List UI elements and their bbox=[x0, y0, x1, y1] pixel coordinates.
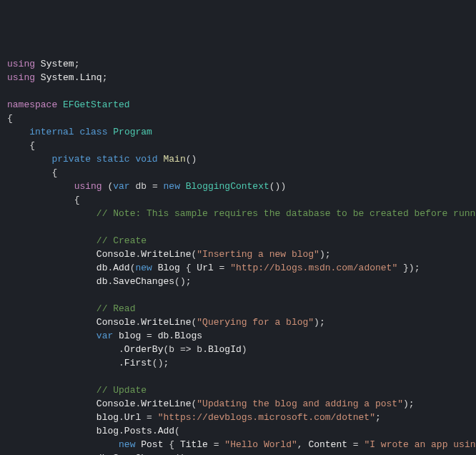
method-name: Main bbox=[164, 154, 186, 165]
keyword-var: var bbox=[96, 331, 113, 341]
method-call: SaveChanges bbox=[113, 276, 174, 287]
method-call: OrderBy bbox=[124, 344, 164, 355]
class-ref: BloggingContext bbox=[186, 181, 269, 192]
keyword-new: new bbox=[164, 181, 180, 192]
method-call: WriteLine bbox=[141, 249, 191, 260]
class-ref: Console bbox=[96, 398, 136, 409]
method-call: First bbox=[124, 358, 152, 368]
property: BlogId bbox=[208, 344, 242, 355]
method-call: WriteLine bbox=[141, 317, 191, 328]
comment: // Create bbox=[96, 235, 147, 246]
class-ref: Console bbox=[96, 249, 136, 260]
method-call: WriteLine bbox=[141, 398, 191, 409]
class-name: Program bbox=[113, 127, 152, 137]
property: Url bbox=[197, 263, 213, 273]
class-ref: Console bbox=[96, 317, 136, 328]
keyword-static: static bbox=[96, 154, 130, 165]
property: Url bbox=[124, 412, 141, 423]
comment: // Read bbox=[96, 303, 136, 314]
keyword-new: new bbox=[135, 263, 152, 273]
string-literal: "https://devblogs.microsoft.com/dotnet" bbox=[158, 412, 375, 423]
property: Content bbox=[308, 439, 347, 450]
comment: // Note: This sample requires the databa… bbox=[96, 208, 476, 219]
property: Blogs bbox=[174, 331, 202, 341]
keyword-var: var bbox=[113, 181, 129, 192]
string-literal: "Updating the blog and adding a post" bbox=[197, 398, 403, 409]
string-literal: "http://blogs.msdn.com/adonet" bbox=[230, 263, 397, 273]
keyword-private: private bbox=[51, 154, 91, 165]
namespace-name: EFGetStarted bbox=[63, 99, 130, 110]
variable: blog bbox=[96, 412, 119, 423]
keyword-using: using bbox=[7, 72, 35, 83]
class-ref: Post bbox=[141, 439, 163, 450]
string-literal: "Querying for a blog" bbox=[197, 317, 314, 328]
namespace-ref: System.Linq bbox=[41, 72, 102, 83]
method-call: Add bbox=[158, 426, 174, 436]
keyword-internal: internal bbox=[29, 127, 74, 137]
string-literal: "Hello World" bbox=[224, 439, 297, 450]
code-block: using System; using System.Linq; namespa… bbox=[0, 54, 476, 455]
variable: blog bbox=[96, 426, 119, 436]
variable: db bbox=[96, 276, 108, 287]
keyword-new: new bbox=[119, 439, 135, 450]
method-call: Add bbox=[113, 263, 129, 273]
property: Posts bbox=[124, 426, 152, 436]
comment: // Update bbox=[96, 385, 147, 396]
keyword-namespace: namespace bbox=[7, 99, 57, 110]
lambda-param: b bbox=[169, 344, 174, 355]
keyword-using: using bbox=[74, 181, 102, 192]
variable: db bbox=[135, 181, 147, 192]
string-literal: "I wrote an app using bbox=[364, 439, 476, 450]
class-ref: Blog bbox=[158, 263, 180, 273]
keyword-using: using bbox=[7, 59, 35, 69]
keyword-class: class bbox=[79, 127, 107, 137]
string-literal: "Inserting a new blog" bbox=[197, 249, 319, 260]
property: Title bbox=[180, 439, 208, 450]
keyword-void: void bbox=[135, 154, 157, 165]
lambda-param: b bbox=[197, 344, 202, 355]
variable: db bbox=[158, 331, 169, 341]
namespace-ref: System bbox=[41, 59, 74, 69]
variable: db bbox=[96, 263, 108, 273]
variable: blog bbox=[119, 331, 141, 341]
